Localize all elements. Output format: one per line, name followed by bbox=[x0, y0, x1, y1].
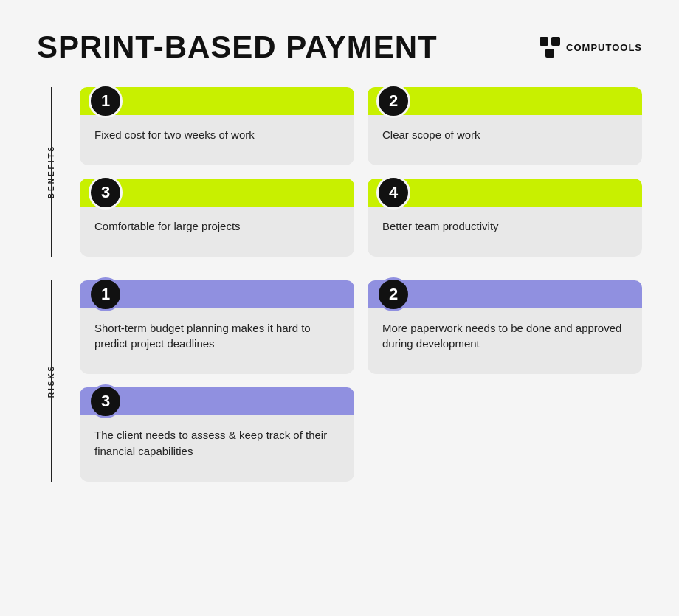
svg-rect-2 bbox=[545, 49, 554, 58]
card-text-2: Clear scope of work bbox=[368, 115, 642, 150]
card-text-1: Fixed cost for two weeks of work bbox=[80, 115, 354, 150]
page: SPRINT-BASED PAYMENT COMPUTOOLS BENEFITS bbox=[0, 0, 679, 616]
benefit-card-3: 3 Comfortable for large projects bbox=[80, 179, 354, 257]
page-title: SPRINT-BASED PAYMENT bbox=[37, 30, 438, 65]
card-number-4: 4 bbox=[376, 176, 410, 210]
benefits-grid: 1 Fixed cost for two weeks of work 2 Cle… bbox=[80, 87, 642, 257]
card-number-1: 1 bbox=[89, 84, 123, 118]
risk-card-3: 3 The client needs to assess & keep trac… bbox=[80, 387, 354, 482]
card-text-4: Better team productivity bbox=[368, 207, 642, 242]
logo-text: COMPUTOOLS bbox=[566, 42, 642, 53]
benefit-card-2: 2 Clear scope of work bbox=[368, 87, 642, 165]
risk-number-3: 3 bbox=[89, 384, 123, 418]
benefits-label: BENEFITS bbox=[48, 145, 56, 198]
risk-card-2: 2 More paperwork needs to be done and ap… bbox=[368, 280, 642, 375]
risks-grid: 1 Short-term budget planning makes it ha… bbox=[80, 280, 642, 482]
card-bar-2: 2 bbox=[368, 87, 642, 115]
risk-bar-2: 2 bbox=[368, 280, 642, 308]
svg-rect-1 bbox=[551, 37, 560, 46]
risk-bar-3: 3 bbox=[80, 387, 354, 415]
benefit-card-1: 1 Fixed cost for two weeks of work bbox=[80, 87, 354, 165]
logo-icon bbox=[540, 37, 560, 58]
risk-text-1: Short-term budget planning makes it hard… bbox=[80, 308, 354, 360]
risk-text-3: The client needs to assess & keep track … bbox=[80, 415, 354, 467]
card-bar-1: 1 bbox=[80, 87, 354, 115]
risk-card-1: 1 Short-term budget planning makes it ha… bbox=[80, 280, 354, 375]
risk-bar-1: 1 bbox=[80, 280, 354, 308]
card-number-3: 3 bbox=[89, 176, 123, 210]
svg-rect-0 bbox=[540, 37, 548, 46]
logo: COMPUTOOLS bbox=[540, 37, 642, 58]
risk-number-2: 2 bbox=[376, 277, 410, 311]
risk-number-1: 1 bbox=[89, 277, 123, 311]
risks-label: RISKS bbox=[48, 364, 56, 398]
card-bar-3: 3 bbox=[80, 179, 354, 207]
header: SPRINT-BASED PAYMENT COMPUTOOLS bbox=[37, 30, 642, 65]
risk-text-2: More paperwork needs to be done and appr… bbox=[368, 308, 642, 360]
card-number-2: 2 bbox=[376, 84, 410, 118]
benefit-card-4: 4 Better team productivity bbox=[368, 179, 642, 257]
card-bar-4: 4 bbox=[368, 179, 642, 207]
card-text-3: Comfortable for large projects bbox=[80, 207, 354, 242]
